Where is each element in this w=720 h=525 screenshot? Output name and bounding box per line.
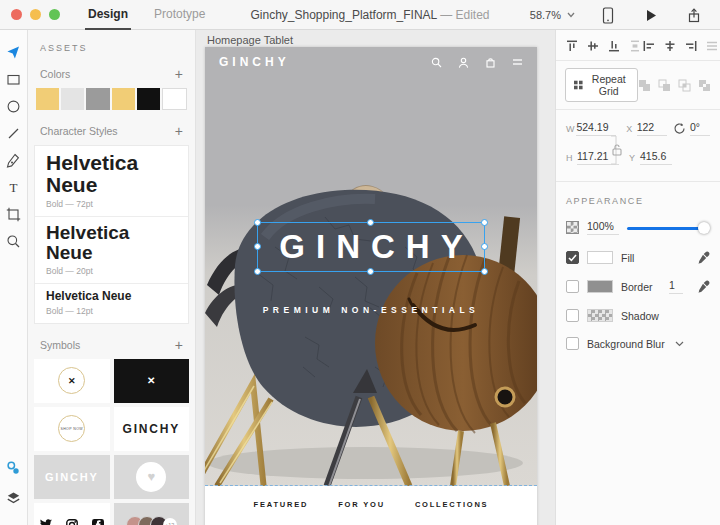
zoom-tool-icon[interactable] bbox=[0, 228, 28, 255]
symbol-badge-circle[interactable]: SHOP NOW bbox=[34, 407, 110, 451]
hero-headline[interactable]: GINCHY bbox=[279, 228, 473, 266]
appearance-section: APPEARANCE 100% Fill bbox=[556, 182, 720, 350]
account-icon[interactable] bbox=[458, 57, 469, 68]
add-character-style-button[interactable]: + bbox=[175, 126, 183, 136]
mode-tabs: Design Prototype bbox=[88, 0, 205, 30]
character-styles-section-label: Character Styles bbox=[40, 125, 118, 137]
boolean-exclude-icon[interactable] bbox=[698, 79, 711, 92]
select-tool-icon[interactable] bbox=[0, 39, 28, 66]
minimize-window-button[interactable] bbox=[30, 9, 41, 20]
color-swatch[interactable] bbox=[61, 88, 84, 110]
share-icon[interactable] bbox=[680, 2, 708, 29]
color-swatch[interactable] bbox=[36, 88, 59, 110]
cart-icon[interactable] bbox=[485, 57, 496, 68]
assets-panel-title: ASSETS bbox=[40, 43, 195, 53]
tab-prototype[interactable]: Prototype bbox=[154, 0, 205, 30]
hero-image[interactable]: GINCHY GINCHY bbox=[205, 47, 537, 486]
rotation-field[interactable]: 0° bbox=[690, 121, 710, 136]
zoom-level-control[interactable]: 58.7% bbox=[530, 9, 575, 21]
selection-handle[interactable] bbox=[367, 268, 374, 275]
boolean-subtract-icon[interactable] bbox=[658, 79, 671, 92]
opacity-slider-knob[interactable] bbox=[698, 222, 710, 234]
fill-color-swatch[interactable] bbox=[587, 251, 613, 264]
opacity-field[interactable]: 100% bbox=[587, 220, 619, 235]
align-left-icon[interactable] bbox=[642, 39, 656, 53]
x-field[interactable]: 122 bbox=[637, 121, 667, 136]
character-style-item[interactable]: Helvetica Neue Bold — 72pt bbox=[35, 146, 188, 217]
shadow-swatch[interactable] bbox=[587, 309, 613, 322]
nav-link-for-you[interactable]: FOR YOU bbox=[338, 500, 385, 525]
size-lock-icon[interactable] bbox=[611, 132, 625, 168]
eyedropper-icon[interactable] bbox=[697, 251, 710, 264]
boolean-add-icon[interactable] bbox=[638, 79, 651, 92]
artboard-label[interactable]: Homepage Tablet bbox=[207, 34, 293, 46]
assets-library-icon[interactable] bbox=[0, 453, 28, 483]
selection-handle[interactable] bbox=[481, 219, 488, 226]
color-swatch[interactable] bbox=[86, 88, 109, 110]
rectangle-tool-icon[interactable] bbox=[0, 66, 28, 93]
symbol-close-circle[interactable]: ✕ bbox=[34, 359, 110, 403]
selected-text-layer[interactable]: GINCHY bbox=[257, 222, 485, 272]
background-blur-checkbox[interactable] bbox=[566, 337, 579, 350]
symbol-logo-dark[interactable]: GINCHY bbox=[114, 407, 190, 451]
symbol-avatars[interactable]: +12 bbox=[114, 503, 190, 525]
zoom-level-value: 58.7% bbox=[530, 9, 561, 21]
boolean-intersect-icon[interactable] bbox=[678, 79, 691, 92]
viewport-height-guide[interactable] bbox=[205, 485, 537, 486]
text-tool-icon[interactable]: T bbox=[0, 174, 28, 201]
shadow-checkbox[interactable] bbox=[566, 309, 579, 322]
align-middle-icon[interactable] bbox=[586, 39, 600, 53]
hero-tagline[interactable]: PREMIUM NON-ESSENTIALS bbox=[205, 305, 537, 315]
nav-link-featured[interactable]: FEATURED bbox=[254, 500, 309, 525]
align-bottom-icon[interactable] bbox=[607, 39, 621, 53]
artboard-tool-icon[interactable] bbox=[0, 201, 28, 228]
add-color-button[interactable]: + bbox=[175, 69, 183, 79]
character-style-item[interactable]: Helvetica Neue Bold — 20pt bbox=[35, 217, 188, 284]
selection-handle[interactable] bbox=[254, 268, 261, 275]
artboard-homepage-tablet[interactable]: GINCHY GINCHY bbox=[205, 47, 537, 525]
device-preview-button[interactable] bbox=[594, 2, 622, 29]
eyedropper-icon[interactable] bbox=[697, 280, 710, 293]
distribute-vertical-icon[interactable] bbox=[628, 39, 642, 53]
close-window-button[interactable] bbox=[11, 9, 22, 20]
distribute-horizontal-icon[interactable] bbox=[705, 39, 719, 53]
chevron-down-icon[interactable] bbox=[675, 341, 684, 347]
border-checkbox[interactable] bbox=[566, 280, 579, 293]
pen-tool-icon[interactable] bbox=[0, 147, 28, 174]
opacity-slider[interactable] bbox=[627, 222, 710, 234]
border-color-swatch[interactable] bbox=[587, 280, 613, 293]
selection-handle[interactable] bbox=[254, 219, 261, 226]
window-controls bbox=[0, 9, 74, 20]
symbol-social-icons[interactable] bbox=[34, 503, 110, 525]
selection-handle[interactable] bbox=[367, 219, 374, 226]
maximize-window-button[interactable] bbox=[49, 9, 60, 20]
play-button[interactable] bbox=[637, 2, 665, 29]
layers-icon[interactable] bbox=[0, 483, 28, 513]
fill-checkbox[interactable] bbox=[566, 251, 579, 264]
line-tool-icon[interactable] bbox=[0, 120, 28, 147]
design-canvas[interactable]: Homepage Tablet bbox=[196, 30, 555, 525]
color-swatch[interactable] bbox=[112, 88, 135, 110]
color-swatch[interactable] bbox=[162, 88, 187, 110]
add-symbol-button[interactable]: + bbox=[175, 340, 183, 350]
align-top-icon[interactable] bbox=[565, 39, 579, 53]
align-center-icon[interactable] bbox=[663, 39, 677, 53]
repeat-grid-button[interactable]: Repeat Grid bbox=[565, 68, 638, 102]
selection-handle[interactable] bbox=[254, 243, 261, 250]
selection-handle[interactable] bbox=[481, 268, 488, 275]
character-style-item[interactable]: Helvetica Neue Bold — 12pt bbox=[35, 284, 188, 323]
ellipse-tool-icon[interactable] bbox=[0, 93, 28, 120]
nav-link-collections[interactable]: COLLECTIONS bbox=[415, 500, 489, 525]
border-width-field[interactable]: 1 bbox=[669, 279, 683, 294]
symbol-logo-light[interactable]: GINCHY bbox=[34, 455, 110, 499]
symbol-heart-button[interactable]: ♥ bbox=[114, 455, 190, 499]
symbol-close-square[interactable]: ✕ bbox=[114, 359, 190, 403]
site-logo[interactable]: GINCHY bbox=[219, 55, 290, 69]
tab-design[interactable]: Design bbox=[88, 0, 128, 30]
color-swatch[interactable] bbox=[137, 88, 160, 110]
menu-icon[interactable] bbox=[512, 58, 523, 66]
y-field[interactable]: 415.6 bbox=[640, 150, 672, 165]
search-icon[interactable] bbox=[431, 57, 442, 68]
align-right-icon[interactable] bbox=[684, 39, 698, 53]
selection-handle[interactable] bbox=[481, 243, 488, 250]
